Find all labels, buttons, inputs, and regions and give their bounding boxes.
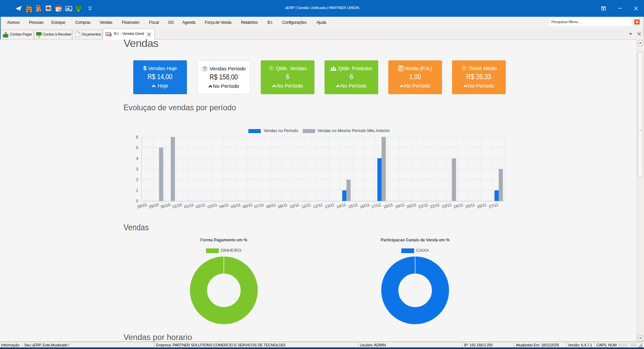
- svg-text:07/11: 07/11: [254, 202, 265, 209]
- svg-text:19/11: 19/11: [394, 202, 405, 209]
- svg-text:16/11: 16/11: [359, 202, 370, 209]
- svg-text:17/11: 17/11: [371, 202, 382, 209]
- svg-text:30/10: 30/10: [160, 202, 171, 209]
- svg-text:0: 0: [136, 199, 138, 203]
- svg-text:09/11: 09/11: [277, 202, 288, 209]
- svg-text:18/11: 18/11: [383, 202, 393, 209]
- svg-text:06/11: 06/11: [242, 202, 253, 209]
- svg-text:27/11: 27/11: [488, 202, 499, 209]
- svg-text:15/11: 15/11: [348, 202, 358, 209]
- svg-text:04/11: 04/11: [219, 202, 230, 209]
- svg-text:24/11: 24/11: [453, 202, 464, 209]
- svg-text:22/11: 22/11: [430, 202, 440, 209]
- svg-text:1: 1: [136, 188, 138, 193]
- svg-text:02/11: 02/11: [195, 202, 206, 209]
- svg-text:2: 2: [136, 177, 138, 182]
- svg-text:29/10: 29/10: [148, 202, 159, 209]
- svg-text:23/11: 23/11: [441, 202, 452, 209]
- svg-text:31/10: 31/10: [171, 202, 183, 209]
- svg-text:14/11: 14/11: [336, 202, 347, 209]
- svg-text:4: 4: [136, 156, 138, 161]
- svg-text:5: 5: [136, 146, 138, 150]
- svg-text:05/11: 05/11: [231, 202, 241, 209]
- svg-text:11/11: 11/11: [301, 202, 311, 209]
- svg-text:13/11: 13/11: [324, 202, 335, 209]
- svg-text:26/11: 26/11: [477, 202, 487, 209]
- svg-text:21/11: 21/11: [418, 202, 429, 209]
- svg-text:25/11: 25/11: [465, 202, 476, 209]
- svg-text:3: 3: [136, 167, 138, 172]
- svg-text:03/11: 03/11: [207, 202, 218, 209]
- svg-text:6: 6: [136, 135, 138, 139]
- svg-text:08/11: 08/11: [265, 202, 276, 209]
- svg-text:12/11: 12/11: [312, 202, 323, 209]
- svg-text:01/11: 01/11: [184, 202, 194, 209]
- svg-text:10/11: 10/11: [289, 202, 300, 209]
- svg-text:20/11: 20/11: [406, 202, 417, 209]
